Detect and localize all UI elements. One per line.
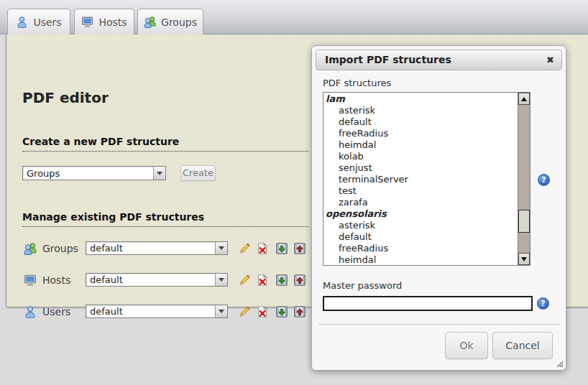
export-icon[interactable]	[275, 274, 288, 287]
triangle-up-icon	[521, 97, 527, 101]
edit-icon[interactable]	[238, 242, 251, 255]
triangle-down-icon	[521, 257, 527, 261]
list-item[interactable]: freeRadius	[323, 243, 518, 254]
import-icon[interactable]	[293, 274, 306, 287]
pdf-structures-label: PDF structures	[323, 78, 391, 88]
groups-structure-value: default	[86, 243, 123, 254]
close-icon[interactable]: ✖	[546, 50, 554, 70]
list-item[interactable]: zarafa	[323, 197, 518, 208]
export-icon[interactable]	[275, 242, 288, 255]
row-groups-label: Groups	[42, 243, 78, 254]
edit-icon[interactable]	[238, 305, 251, 318]
hosts-structure-select[interactable]: default	[86, 273, 228, 287]
groups-structure-select[interactable]: default	[86, 241, 228, 255]
tab-users-label: Users	[33, 17, 61, 28]
list-item[interactable]: default	[323, 116, 518, 128]
pdf-structures-list: lam asterisk default freeRadius heimdal …	[323, 93, 518, 266]
user-icon	[16, 16, 28, 28]
manage-section-heading: Manage existing PDF structures	[22, 211, 308, 227]
master-password-input[interactable]	[323, 296, 533, 311]
tab-hosts-label: Hosts	[98, 17, 127, 28]
list-item[interactable]: lam	[323, 93, 518, 105]
list-item[interactable]: asterisk	[323, 220, 518, 231]
new-structure-type-select[interactable]: Groups	[22, 166, 166, 180]
list-item[interactable]: test	[323, 185, 518, 197]
user-icon	[24, 305, 37, 318]
chevron-down-icon	[153, 167, 165, 180]
scroll-up-button[interactable]	[518, 93, 530, 105]
group-icon	[144, 16, 156, 28]
users-structure-select[interactable]: default	[86, 305, 228, 318]
tab-users[interactable]: Users	[7, 9, 70, 34]
page-title: PDF editor	[22, 89, 109, 106]
help-icon[interactable]: ?	[537, 297, 549, 310]
master-password-label: Master password	[323, 280, 402, 291]
tab-groups[interactable]: Groups	[137, 9, 203, 34]
edit-icon[interactable]	[238, 274, 251, 287]
new-structure-type-value: Groups	[23, 168, 60, 179]
row-users-label: Users	[42, 306, 70, 317]
ok-button[interactable]: Ok	[445, 332, 488, 359]
list-item[interactable]: default	[323, 231, 518, 243]
users-structure-value: default	[86, 306, 123, 317]
tab-hosts[interactable]: Hosts	[74, 9, 134, 34]
tab-bar: Users Hosts Groups	[0, 0, 588, 34]
list-item[interactable]: opensolaris	[323, 208, 518, 220]
hosts-structure-value: default	[86, 274, 123, 285]
create-section-heading: Create a new PDF structure	[22, 136, 308, 152]
host-icon	[24, 274, 37, 287]
list-item[interactable]: terminalServer	[323, 174, 518, 185]
list-item[interactable]: kolab	[323, 151, 518, 162]
import-icon[interactable]	[293, 305, 306, 318]
button-divider	[318, 324, 559, 325]
pdf-structures-listbox[interactable]: lam asterisk default freeRadius heimdal …	[323, 92, 530, 266]
chevron-down-icon	[215, 274, 227, 286]
delete-icon[interactable]	[256, 305, 269, 318]
chevron-down-icon	[215, 242, 227, 254]
list-item[interactable]: heimdal	[323, 139, 518, 151]
import-icon[interactable]	[293, 242, 306, 255]
list-item[interactable]: asterisk	[323, 105, 518, 116]
cancel-button[interactable]: Cancel	[492, 332, 553, 359]
help-icon[interactable]: ?	[538, 174, 550, 186]
delete-icon[interactable]	[256, 274, 269, 287]
dialog-title: Import PDF structures	[325, 50, 451, 70]
vertical-scrollbar[interactable]	[518, 93, 530, 265]
import-pdf-structures-dialog: Import PDF structures ✖ PDF structures l…	[311, 45, 566, 371]
create-button[interactable]: Create	[180, 165, 216, 181]
list-item[interactable]: freeRadius	[323, 128, 518, 139]
host-icon	[81, 16, 93, 28]
list-item[interactable]: heimdal	[323, 254, 518, 266]
delete-icon[interactable]	[256, 242, 269, 255]
export-icon[interactable]	[275, 305, 288, 318]
row-hosts-label: Hosts	[42, 274, 70, 286]
chevron-down-icon	[215, 305, 227, 317]
dialog-titlebar[interactable]: Import PDF structures ✖	[316, 50, 562, 70]
resize-handle-icon[interactable]	[554, 358, 564, 368]
scrollbar-thumb[interactable]	[518, 210, 530, 233]
list-item[interactable]: senjust	[323, 162, 518, 174]
group-icon	[24, 242, 37, 255]
tab-groups-label: Groups	[161, 17, 197, 28]
scroll-down-button[interactable]	[518, 253, 530, 265]
